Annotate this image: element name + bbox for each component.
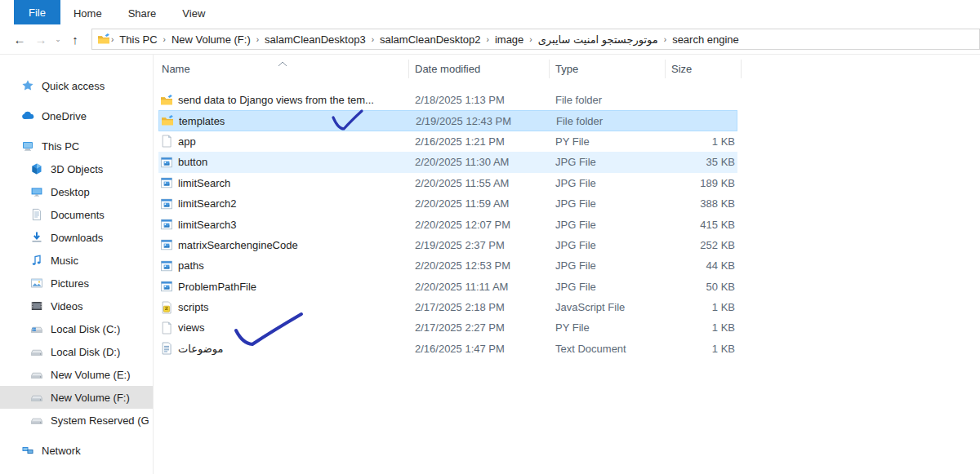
file-row-matrixsearchenginecode[interactable]: matrixSearchengineCode2/19/2025 2:37 PMJ… <box>158 235 737 255</box>
column-divider <box>408 60 409 78</box>
sidebar-item-downloads[interactable]: Downloads <box>0 226 153 249</box>
sidebar-item-label: OneDrive <box>42 110 87 122</box>
sidebar-item-new-volume-e[interactable]: New Volume (E:) <box>0 363 153 386</box>
file-row-app[interactable]: app2/16/2025 1:21 PMPY File1 KB <box>158 131 737 152</box>
breadcrumb: ›This PC›New Volume (F:)›salamCleanDeskt… <box>110 33 744 46</box>
sidebar-item-network[interactable]: Network <box>0 439 153 462</box>
sidebar-item-label: Videos <box>51 300 83 312</box>
file-type: JavaScript File <box>555 301 625 313</box>
sidebar-item-onedrive[interactable]: OneDrive <box>0 104 153 127</box>
tab-home[interactable]: Home <box>60 2 115 24</box>
folder-icon <box>160 94 173 107</box>
column-divider <box>549 60 550 78</box>
chevron-down-icon[interactable]: ⌄ <box>52 29 64 49</box>
file-type: JPG File <box>555 259 596 272</box>
file-row-send-data-to-django-views-from-the-tem[interactable]: send data to Django views from the tem..… <box>158 90 737 110</box>
address-bar[interactable]: ›This PC›New Volume (F:)›salamCleanDeskt… <box>91 29 980 50</box>
sidebar-item-documents[interactable]: Documents <box>0 203 153 226</box>
file-name: limitSearch2 <box>178 197 415 210</box>
column-header-type[interactable]: Type <box>555 63 578 75</box>
tab-file[interactable]: File <box>14 0 60 24</box>
file-size: 1 KB <box>632 321 735 334</box>
file-row-scripts[interactable]: scripts2/17/2025 2:18 PMJavaScript File1… <box>158 297 737 317</box>
file-type: JPG File <box>555 219 596 231</box>
arrow-right-icon[interactable]: → <box>31 29 51 49</box>
column-header-date-modified[interactable]: Date modified <box>415 63 480 75</box>
file-size: 1 KB <box>632 135 735 148</box>
sidebar-item-3d-objects[interactable]: 3D Objects <box>0 157 153 180</box>
star-icon <box>21 79 34 92</box>
desktop-icon <box>30 185 43 198</box>
file-row-problempathfile[interactable]: ProblemPathFile2/20/2025 11:11 AMJPG Fil… <box>158 277 737 297</box>
sidebar-item-desktop[interactable]: Desktop <box>0 180 153 203</box>
column-header-size[interactable]: Size <box>671 63 692 75</box>
file-type: JPG File <box>555 239 596 251</box>
sidebar-item-pictures[interactable]: Pictures <box>0 272 153 295</box>
sidebar-item-label: Local Disk (D:) <box>51 346 120 358</box>
file-date-modified: 2/18/2025 1:13 PM <box>415 94 505 106</box>
sidebar-item-quick-access[interactable]: Quick access <box>0 74 153 97</box>
file-row-limitsearch3[interactable]: limitSearch32/20/2025 12:07 PMJPG File41… <box>158 214 737 234</box>
column-header-name[interactable]: Name <box>162 63 190 75</box>
file-name: send data to Django views from the tem..… <box>178 94 415 106</box>
sidebar-item-label: New Volume (E:) <box>51 369 131 381</box>
file-name: paths <box>178 259 415 272</box>
breadcrumb-item[interactable]: search engine <box>667 33 744 46</box>
file-name: scripts <box>178 301 415 313</box>
file-name: views <box>178 321 415 334</box>
navigation-bar: ←→⌄↑ ›This PC›New Volume (F:)›salamClean… <box>0 24 980 55</box>
file-size: 189 KB <box>632 177 735 189</box>
file-name: templates <box>179 115 416 127</box>
file-date-modified: 2/20/2025 11:59 AM <box>415 197 509 210</box>
file-size: 1 KB <box>632 343 735 355</box>
ribbon-tab-bar: FileHomeShareView <box>0 0 980 24</box>
file-row-button[interactable]: button2/20/2025 11:30 AMJPG File35 KB <box>158 152 737 172</box>
sidebar-item-this-pc[interactable]: This PC <box>0 135 153 157</box>
breadcrumb-item[interactable]: salamCleanDesktop2 <box>375 33 486 46</box>
sidebar-item-label: Documents <box>51 209 105 221</box>
file-type: JPG File <box>555 177 596 189</box>
file-name: limitSearch3 <box>178 219 415 231</box>
sidebar-item-videos[interactable]: Videos <box>0 295 153 317</box>
breadcrumb-item[interactable]: New Volume (F:) <box>167 33 256 46</box>
file-size: 44 KB <box>632 259 735 272</box>
sidebar-item-system-reserved-g[interactable]: System Reserved (G <box>0 409 153 432</box>
sidebar-item-local-disk-d[interactable]: Local Disk (D:) <box>0 340 153 363</box>
breadcrumb-item[interactable]: salamCleanDesktop3 <box>260 33 371 46</box>
sidebar-item-local-disk-c[interactable]: Local Disk (C:) <box>0 317 153 340</box>
breadcrumb-item[interactable]: image <box>490 33 528 46</box>
file-row-limitsearch[interactable]: limitSearch2/20/2025 11:55 AMJPG File189… <box>158 173 737 193</box>
file-date-modified: 2/16/2025 1:47 PM <box>415 343 505 355</box>
sidebar-item-label: This PC <box>42 140 79 153</box>
file-size: 1 KB <box>632 301 735 313</box>
file-row-limitsearch2[interactable]: limitSearch22/20/2025 11:59 AMJPG File38… <box>158 193 737 214</box>
music-icon <box>30 254 43 267</box>
file-size: 388 KB <box>632 197 735 210</box>
sidebar-item-label: Downloads <box>51 232 103 244</box>
tab-view[interactable]: View <box>169 2 218 24</box>
jpg-file-icon <box>160 176 173 189</box>
file-row-views[interactable]: views2/17/2025 2:27 PMPY File1 KB <box>158 317 737 338</box>
breadcrumb-item[interactable]: This PC <box>114 33 162 46</box>
file-row-templates[interactable]: templates2/19/2025 12:43 PMFile folder <box>158 110 737 131</box>
tab-share[interactable]: Share <box>115 2 170 24</box>
navigation-buttons: ←→⌄↑ <box>0 29 85 49</box>
file-row-موضوعات[interactable]: موضوعات2/16/2025 1:47 PMText Document1 K… <box>158 339 737 359</box>
file-size: 35 KB <box>632 156 735 168</box>
file-date-modified: 2/20/2025 11:11 AM <box>415 281 508 293</box>
arrow-up-icon[interactable]: ↑ <box>65 29 85 49</box>
folder-icon <box>97 33 110 46</box>
arrow-left-icon[interactable]: ← <box>10 29 29 49</box>
file-row-paths[interactable]: paths2/20/2025 12:53 PMJPG File44 KB <box>158 255 737 276</box>
sidebar-item-music[interactable]: Music <box>0 249 153 272</box>
file-date-modified: 2/19/2025 2:37 PM <box>415 239 505 251</box>
js-file-icon <box>160 301 173 314</box>
py-file-icon <box>160 135 173 148</box>
file-size: 415 KB <box>632 219 735 231</box>
sidebar-item-new-volume-f[interactable]: New Volume (F:) <box>0 386 153 409</box>
sidebar-item-label: 3D Objects <box>51 163 103 175</box>
file-type: File folder <box>556 115 603 127</box>
file-size: 50 KB <box>632 281 735 293</box>
breadcrumb-item[interactable]: موتورجستجو امنیت سایبری <box>533 33 663 46</box>
file-type: File folder <box>555 94 602 106</box>
